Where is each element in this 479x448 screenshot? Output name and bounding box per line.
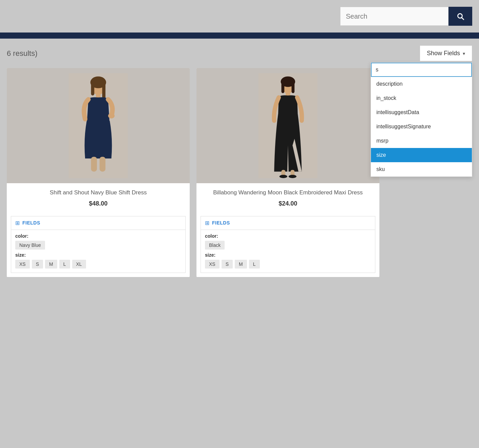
dropdown-item-sku[interactable]: sku [371,162,472,176]
nav-bar [0,33,479,39]
fields-body-2: color: Black size: XS S M L [201,230,375,273]
product-name-1: Shift and Shout Navy Blue Shift Dress [12,189,184,197]
product-image-1 [7,68,190,183]
field-tag-l-1: L [59,260,70,269]
toolbar: 6 results) Show Fields ▾ description in_… [0,39,479,65]
field-tags-color-2: Black [205,241,371,250]
show-fields-label: Show Fields [427,50,460,57]
field-tag-xs-2: XS [205,260,220,269]
product-name-2: Billabong Wandering Moon Black Embroider… [202,189,374,197]
search-button[interactable] [449,7,472,26]
field-tag-s-2: S [222,260,233,269]
fields-header-2: ⊞ FIELDS [201,216,375,230]
field-tags-size-1: XS S M L XL [15,260,181,269]
fields-title-1: FIELDS [22,220,40,226]
search-container [340,7,472,26]
field-tag-m-1: M [45,260,57,269]
dropdown-item-description[interactable]: description [371,77,472,91]
field-tag-m-2: M [235,260,247,269]
svg-point-6 [108,113,114,119]
svg-rect-13 [292,82,295,93]
product-figure-1 [68,73,129,178]
fields-body-1: color: Navy Blue size: XS S M L XL [11,230,185,273]
product-image-2 [196,68,379,183]
field-tag-xl-1: XL [72,260,86,269]
search-input[interactable] [340,7,449,26]
field-tag-black: Black [205,241,225,250]
dropdown-item-intellisuggestData[interactable]: intellisuggestData [371,105,472,120]
search-icon [456,12,465,21]
fields-grid-icon-1: ⊞ [15,220,20,226]
field-label-size-1: size: [15,252,181,258]
fields-dropdown: description in_stock intellisuggestData … [371,62,472,177]
show-fields-button[interactable]: Show Fields ▾ [420,45,472,61]
product-price-1: $48.00 [12,200,184,207]
svg-rect-12 [282,82,285,93]
dropdown-item-intellisuggestSignature[interactable]: intellisuggestSignature [371,120,472,134]
field-tags-size-2: XS S M L [205,260,371,269]
products-grid: Shift and Shout Navy Blue Shift Dress $4… [7,68,379,277]
fields-header-1: ⊞ FIELDS [11,216,185,230]
field-tag-xs-1: XS [15,260,30,269]
svg-point-18 [289,175,296,178]
svg-rect-8 [100,157,105,172]
black-dress-bg [196,68,379,183]
product-price-2: $24.00 [202,200,374,207]
results-count: 6 results) [7,49,37,58]
field-tags-color-1: Navy Blue [15,241,181,250]
field-tag-s-1: S [32,260,43,269]
dropdown-list: description in_stock intellisuggestData … [371,77,472,176]
fields-section-1: ⊞ FIELDS color: Navy Blue size: XS S M L… [11,216,186,273]
field-tag-l-2: L [249,260,260,269]
svg-rect-4 [102,82,106,99]
dropdown-item-msrp[interactable]: msrp [371,134,472,148]
dropdown-item-size[interactable]: size [371,148,472,162]
fields-grid-icon-2: ⊞ [205,220,209,226]
dropdown-search-input[interactable] [371,63,472,77]
svg-point-17 [279,175,287,178]
product-card-1: Shift and Shout Navy Blue Shift Dress $4… [7,68,190,277]
field-label-size-2: size: [205,252,371,258]
svg-rect-3 [91,82,95,95]
product-info-1: Shift and Shout Navy Blue Shift Dress $4… [7,183,190,216]
product-figure-2 [257,73,318,178]
chevron-down-icon: ▾ [463,51,465,56]
product-card-2: Billabong Wandering Moon Black Embroider… [196,68,379,277]
svg-rect-7 [91,157,97,172]
product-info-2: Billabong Wandering Moon Black Embroider… [196,183,379,216]
field-label-color-2: color: [205,233,371,239]
fields-section-2: ⊞ FIELDS color: Black size: XS S M L [201,216,375,273]
field-tag-navy-blue: Navy Blue [15,241,45,250]
dropdown-item-in_stock[interactable]: in_stock [371,91,472,105]
field-label-color-1: color: [15,233,181,239]
navy-dress-bg [7,68,190,183]
fields-title-2: FIELDS [212,220,230,226]
header [0,0,479,33]
